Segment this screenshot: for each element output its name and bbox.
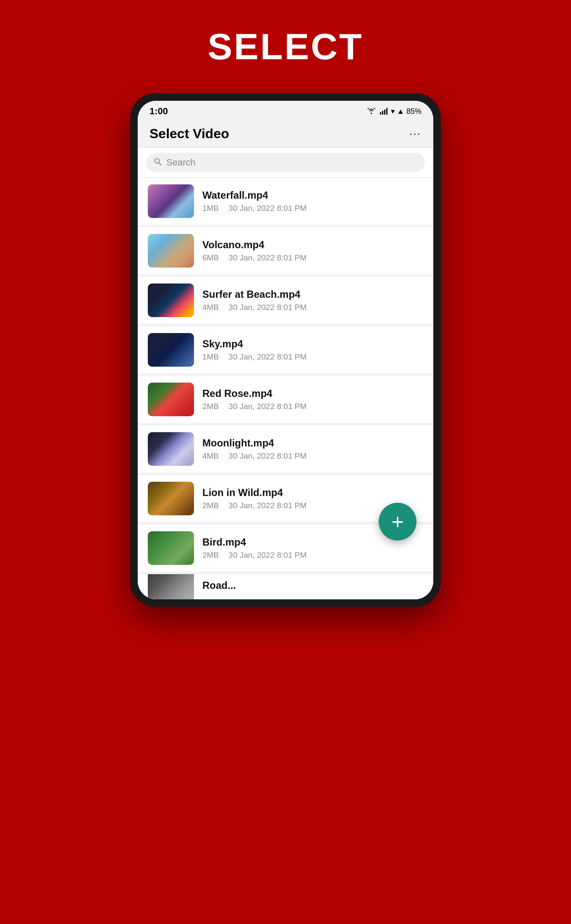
video-size: 1MB: [202, 204, 219, 213]
app-header-title: Select Video: [149, 126, 229, 142]
video-info: Red Rose.mp4 2MB 30 Jan, 2022 8:01 PM: [202, 388, 423, 411]
list-item[interactable]: Volcano.mp4 6MB 30 Jan, 2022 8:01 PM: [138, 227, 433, 274]
list-item[interactable]: Sky.mp4 1MB 30 Jan, 2022 8:01 PM: [138, 326, 433, 373]
phone-frame: 1:00 ▾ ▲ 85% Select Video ⋯: [130, 93, 441, 607]
video-size: 4MB: [202, 452, 219, 460]
svg-rect-0: [380, 112, 381, 115]
video-date: 30 Jan, 2022 8:01 PM: [228, 402, 306, 411]
svg-rect-2: [384, 110, 385, 115]
search-bar[interactable]: Search: [146, 153, 425, 172]
status-time: 1:00: [149, 106, 168, 117]
video-list: Waterfall.mp4 1MB 30 Jan, 2022 8:01 PM V…: [138, 178, 433, 599]
video-meta: 1MB 30 Jan, 2022 8:01 PM: [202, 204, 423, 213]
video-thumbnail: [148, 383, 194, 416]
video-size: 2MB: [202, 501, 219, 510]
search-input[interactable]: Search: [166, 157, 196, 168]
video-size: 2MB: [202, 402, 219, 411]
video-name: Volcano.mp4: [202, 239, 423, 251]
video-info: Volcano.mp4 6MB 30 Jan, 2022 8:01 PM: [202, 239, 423, 262]
menu-button[interactable]: ⋯: [409, 127, 422, 141]
video-size: 6MB: [202, 253, 219, 262]
video-info: Road...: [202, 580, 423, 594]
video-meta: 6MB 30 Jan, 2022 8:01 PM: [202, 253, 423, 262]
video-meta: 4MB 30 Jan, 2022 8:01 PM: [202, 303, 423, 312]
list-item[interactable]: Moonlight.mp4 4MB 30 Jan, 2022 8:01 PM: [138, 425, 433, 472]
video-date: 30 Jan, 2022 8:01 PM: [228, 204, 306, 213]
video-name: Lion in Wild.mp4: [202, 487, 423, 499]
video-info: Moonlight.mp4 4MB 30 Jan, 2022 8:01 PM: [202, 437, 423, 461]
page-title: SELECT: [207, 25, 363, 68]
video-info: Waterfall.mp4 1MB 30 Jan, 2022 8:01 PM: [202, 189, 423, 213]
video-date: 30 Jan, 2022 8:01 PM: [228, 253, 306, 262]
svg-rect-3: [386, 108, 388, 115]
list-item[interactable]: Red Rose.mp4 2MB 30 Jan, 2022 8:01 PM: [138, 376, 433, 423]
battery-label: ▾ ▲ 85%: [391, 107, 422, 116]
video-meta: 2MB 30 Jan, 2022 8:01 PM: [202, 402, 423, 411]
video-thumbnail: [148, 482, 194, 515]
wifi-icon: [367, 108, 377, 115]
video-date: 30 Jan, 2022 8:01 PM: [228, 501, 306, 510]
add-video-button[interactable]: +: [379, 503, 416, 541]
status-icons: ▾ ▲ 85%: [367, 107, 422, 116]
list-item[interactable]: Waterfall.mp4 1MB 30 Jan, 2022 8:01 PM: [138, 178, 433, 225]
status-bar: 1:00 ▾ ▲ 85%: [138, 101, 433, 120]
video-date: 30 Jan, 2022 8:01 PM: [228, 303, 306, 312]
video-meta: 1MB 30 Jan, 2022 8:01 PM: [202, 352, 423, 362]
video-thumbnail: [148, 574, 194, 599]
video-name: Sky.mp4: [202, 338, 423, 350]
svg-line-5: [159, 163, 162, 165]
search-icon: [154, 158, 162, 168]
list-item[interactable]: Surfer at Beach.mp4 4MB 30 Jan, 2022 8:0…: [138, 277, 433, 324]
video-thumbnail: [148, 432, 194, 466]
video-name: Moonlight.mp4: [202, 437, 423, 449]
video-size: 2MB: [202, 551, 219, 559]
signal-icon: [380, 108, 388, 115]
phone-screen: 1:00 ▾ ▲ 85% Select Video ⋯: [138, 101, 433, 599]
video-meta: 4MB 30 Jan, 2022 8:01 PM: [202, 452, 423, 461]
video-size: 4MB: [202, 303, 219, 312]
fab-container: +: [379, 503, 416, 541]
plus-icon: +: [391, 511, 403, 532]
svg-rect-1: [382, 111, 383, 115]
video-thumbnail: [148, 184, 194, 218]
video-name: Road...: [202, 580, 423, 591]
video-info: Sky.mp4 1MB 30 Jan, 2022 8:01 PM: [202, 338, 423, 362]
video-meta: 2MB 30 Jan, 2022 8:01 PM: [202, 551, 423, 560]
video-thumbnail: [148, 284, 194, 317]
video-date: 30 Jan, 2022 8:01 PM: [228, 352, 306, 361]
video-name: Red Rose.mp4: [202, 388, 423, 399]
video-thumbnail: [148, 531, 194, 565]
video-size: 1MB: [202, 352, 219, 361]
app-header: Select Video ⋯: [138, 120, 433, 148]
video-info: Surfer at Beach.mp4 4MB 30 Jan, 2022 8:0…: [202, 289, 423, 312]
video-date: 30 Jan, 2022 8:01 PM: [228, 551, 306, 559]
list-item[interactable]: Road...: [138, 574, 433, 599]
search-container: Search: [138, 148, 433, 178]
video-thumbnail: [148, 234, 194, 268]
video-name: Waterfall.mp4: [202, 189, 423, 201]
video-name: Surfer at Beach.mp4: [202, 289, 423, 300]
video-date: 30 Jan, 2022 8:01 PM: [228, 452, 306, 460]
video-thumbnail: [148, 333, 194, 367]
